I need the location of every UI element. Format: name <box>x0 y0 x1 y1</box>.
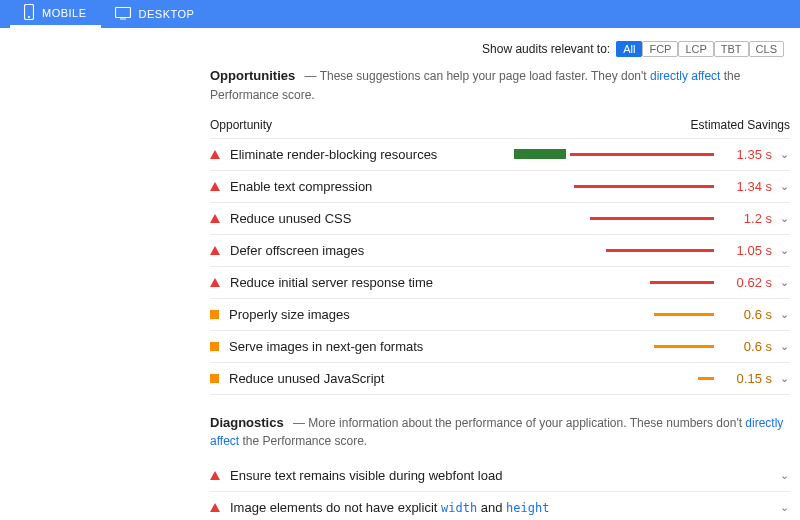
warning-triangle-icon <box>210 471 220 480</box>
top-tabs: MOBILE DESKTOP <box>0 0 800 28</box>
savings-value: 1.34 s <box>724 179 772 194</box>
chevron-down-icon: ⌄ <box>780 276 790 289</box>
opportunity-row[interactable]: Reduce unused CSS1.2 s⌄ <box>210 203 790 235</box>
chevron-down-icon: ⌄ <box>780 308 790 321</box>
tab-desktop[interactable]: DESKTOP <box>101 0 209 28</box>
diagnostic-row[interactable]: Ensure text remains visible during webfo… <box>210 460 790 492</box>
savings-value: 0.6 s <box>724 339 772 354</box>
chevron-down-icon: ⌄ <box>780 340 790 353</box>
diagnostic-title: Image elements do not have explicit widt… <box>230 500 780 515</box>
chevron-down-icon: ⌄ <box>780 501 790 514</box>
savings-value: 0.6 s <box>724 307 772 322</box>
chevron-down-icon: ⌄ <box>780 469 790 482</box>
svg-point-1 <box>28 16 30 18</box>
svg-rect-2 <box>115 7 130 17</box>
savings-bar <box>514 343 714 349</box>
savings-bar <box>514 247 714 253</box>
directly-affect-link[interactable]: directly affect <box>650 69 720 83</box>
opportunities-section: Opportunities — These suggestions can he… <box>210 66 790 395</box>
col-savings: Estimated Savings <box>691 118 790 132</box>
svg-rect-3 <box>120 18 126 19</box>
tab-mobile[interactable]: MOBILE <box>10 0 101 28</box>
warning-triangle-icon <box>210 182 220 191</box>
warning-triangle-icon <box>210 214 220 223</box>
filter-chip-cls[interactable]: CLS <box>749 41 784 57</box>
warning-square-icon <box>210 310 219 319</box>
opportunity-row[interactable]: Serve images in next-gen formats0.6 s⌄ <box>210 331 790 363</box>
savings-bar <box>514 311 714 317</box>
filter-bar: Show audits relevant to: AllFCPLCPTBTCLS <box>10 38 790 66</box>
opportunity-title: Reduce unused JavaScript <box>229 371 514 386</box>
diagnostic-title: Ensure text remains visible during webfo… <box>230 468 780 483</box>
filter-chip-tbt[interactable]: TBT <box>714 41 749 57</box>
desktop-icon <box>115 7 131 22</box>
col-opportunity: Opportunity <box>210 118 272 132</box>
mobile-icon <box>24 4 34 22</box>
warning-triangle-icon <box>210 503 220 512</box>
warning-triangle-icon <box>210 246 220 255</box>
diagnostics-heading: Diagnostics <box>210 415 284 430</box>
warning-square-icon <box>210 374 219 383</box>
opportunity-title: Reduce initial server response time <box>230 275 514 290</box>
savings-value: 0.15 s <box>724 371 772 386</box>
chevron-down-icon: ⌄ <box>780 148 790 161</box>
savings-bar <box>514 279 714 285</box>
opportunity-row[interactable]: Eliminate render-blocking resources1.35 … <box>210 139 790 171</box>
diagnostics-section: Diagnostics — More information about the… <box>210 413 790 521</box>
savings-bar <box>514 375 714 381</box>
diagnostic-row[interactable]: Image elements do not have explicit widt… <box>210 492 790 520</box>
opportunity-title: Reduce unused CSS <box>230 211 514 226</box>
opportunity-title: Properly size images <box>229 307 514 322</box>
savings-value: 1.2 s <box>724 211 772 226</box>
warning-triangle-icon <box>210 150 220 159</box>
savings-bar <box>514 215 714 221</box>
chevron-down-icon: ⌄ <box>780 212 790 225</box>
tab-desktop-label: DESKTOP <box>139 8 195 20</box>
opportunity-title: Defer offscreen images <box>230 243 514 258</box>
filter-label: Show audits relevant to: <box>482 42 610 56</box>
filter-chip-lcp[interactable]: LCP <box>678 41 713 57</box>
opportunities-header: Opportunities — These suggestions can he… <box>210 66 790 104</box>
chevron-down-icon: ⌄ <box>780 180 790 193</box>
opportunity-title: Enable text compression <box>230 179 514 194</box>
opportunity-row[interactable]: Defer offscreen images1.05 s⌄ <box>210 235 790 267</box>
filter-chip-all[interactable]: All <box>616 41 642 57</box>
savings-bar <box>514 183 714 189</box>
opportunity-row[interactable]: Enable text compression1.34 s⌄ <box>210 171 790 203</box>
warning-square-icon <box>210 342 219 351</box>
filter-chip-fcp[interactable]: FCP <box>642 41 678 57</box>
chevron-down-icon: ⌄ <box>780 372 790 385</box>
warning-triangle-icon <box>210 278 220 287</box>
chevron-down-icon: ⌄ <box>780 244 790 257</box>
opportunity-title: Eliminate render-blocking resources <box>230 147 514 162</box>
savings-value: 1.05 s <box>724 243 772 258</box>
opportunity-row[interactable]: Reduce initial server response time0.62 … <box>210 267 790 299</box>
opportunity-row[interactable]: Reduce unused JavaScript0.15 s⌄ <box>210 363 790 395</box>
opportunities-heading: Opportunities <box>210 68 295 83</box>
savings-value: 1.35 s <box>724 147 772 162</box>
diagnostics-header: Diagnostics — More information about the… <box>210 413 790 451</box>
savings-bar <box>514 151 714 157</box>
tab-mobile-label: MOBILE <box>42 7 87 19</box>
opportunity-title: Serve images in next-gen formats <box>229 339 514 354</box>
opportunities-columns: Opportunity Estimated Savings <box>210 114 790 139</box>
savings-value: 0.62 s <box>724 275 772 290</box>
opportunity-row[interactable]: Properly size images0.6 s⌄ <box>210 299 790 331</box>
